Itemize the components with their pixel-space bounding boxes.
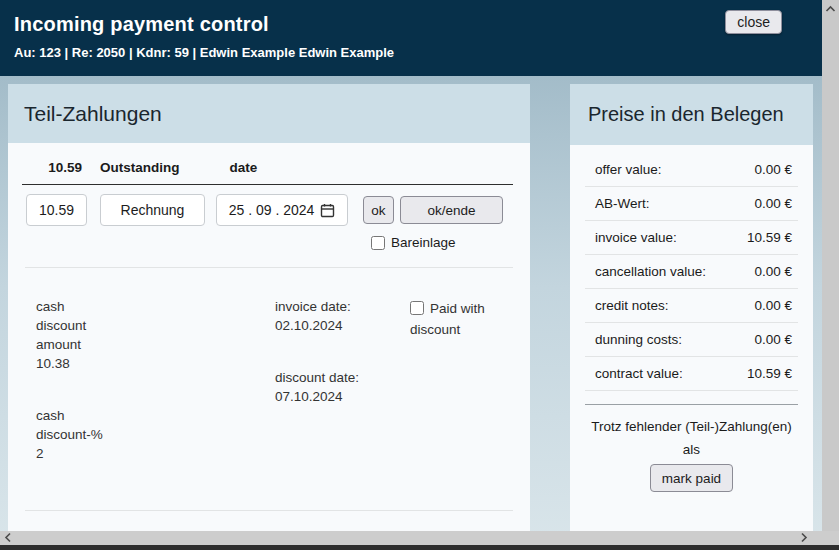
- price-label: contract value:: [595, 366, 683, 381]
- paid-with-discount-group: Paid with discount: [410, 298, 528, 482]
- title-bar: Incoming payment control Au: 123 | Re: 2…: [0, 0, 822, 76]
- price-value: 10.59 €: [747, 230, 792, 245]
- dates-column: invoice date: 02.10.2024 discount date: …: [275, 278, 385, 482]
- column-date: date: [230, 160, 258, 175]
- teil-zahlungen-header: Teil-Zahlungen: [8, 84, 530, 143]
- discount-info-section: cash discount amount 10.38 cash discount…: [8, 268, 530, 482]
- price-row-ab-wert: AB-Wert: 0.00 €: [585, 187, 798, 221]
- payment-control-window: Incoming payment control Au: 123 | Re: 2…: [0, 0, 839, 550]
- price-label: AB-Wert:: [595, 196, 650, 211]
- mark-paid-hint-line1: Trotz fehlender (Teil-)Zahlung(en): [570, 419, 813, 435]
- cash-discount-percent: cash discount-% 2: [36, 406, 131, 463]
- teil-zahlungen-panel: Teil-Zahlungen 10.59 Outstanding date 25…: [8, 84, 530, 545]
- ok-ende-button[interactable]: ok/ende: [400, 196, 503, 224]
- payment-table-header: 10.59 Outstanding date: [8, 143, 530, 175]
- scrollbar-corner: [822, 531, 839, 545]
- price-row-dunning-costs: dunning costs: 0.00 €: [585, 323, 798, 357]
- price-value: 0.00 €: [754, 196, 792, 211]
- cash-discount-column: cash discount amount 10.38 cash discount…: [36, 278, 131, 482]
- date-input[interactable]: 25 . 09 . 2024: [216, 194, 348, 226]
- page-title: Incoming payment control: [14, 13, 269, 36]
- scroll-left-icon[interactable]: [4, 532, 12, 543]
- header-divider: [22, 184, 513, 185]
- price-row-contract-value: contract value: 10.59 €: [585, 357, 798, 391]
- horizontal-scrollbar[interactable]: [0, 531, 822, 545]
- vertical-scrollbar[interactable]: [822, 0, 839, 545]
- preise-panel: Preise in den Belegen offer value: 0.00 …: [570, 84, 813, 545]
- calendar-icon[interactable]: [320, 203, 335, 218]
- price-value: 0.00 €: [754, 298, 792, 313]
- price-label: cancellation value:: [595, 264, 706, 279]
- date-value: 25 . 09 . 2024: [229, 202, 315, 218]
- price-label: credit notes:: [595, 298, 669, 313]
- mark-paid-button[interactable]: mark paid: [650, 464, 733, 492]
- price-value: 0.00 €: [754, 332, 792, 347]
- invoice-date: invoice date: 02.10.2024: [275, 297, 385, 335]
- paid-with-discount-checkbox[interactable]: [410, 301, 424, 315]
- price-value: 0.00 €: [754, 162, 792, 177]
- footer-divider: [585, 404, 798, 405]
- scroll-right-icon[interactable]: [800, 532, 808, 543]
- price-label: offer value:: [595, 162, 662, 177]
- bareinlage-label: Bareinlage: [391, 235, 456, 250]
- price-row-cancellation-value: cancellation value: 0.00 €: [585, 255, 798, 289]
- ok-button[interactable]: ok: [363, 196, 394, 224]
- bareinlage-row: Bareinlage: [371, 235, 530, 250]
- discount-date: discount date: 07.10.2024: [275, 368, 385, 406]
- document-breadcrumb: Au: 123 | Re: 2050 | Kdnr: 59 | Edwin Ex…: [14, 45, 394, 60]
- cash-discount-amount: cash discount amount 10.38: [36, 297, 131, 373]
- teil-zahlungen-title: Teil-Zahlungen: [24, 102, 162, 126]
- mark-paid-hint-line2: als: [570, 442, 813, 457]
- price-row-invoice-value: invoice value: 10.59 €: [585, 221, 798, 255]
- price-value: 0.00 €: [754, 264, 792, 279]
- price-row-credit-notes: credit notes: 0.00 €: [585, 289, 798, 323]
- column-amount: 10.59: [22, 160, 82, 175]
- column-outstanding: Outstanding: [100, 160, 180, 175]
- payment-type-input[interactable]: [100, 194, 205, 226]
- amount-input[interactable]: [26, 194, 87, 226]
- preise-header: Preise in den Belegen: [570, 84, 813, 145]
- section-divider-bottom: [25, 510, 513, 511]
- window-bottom-edge: [0, 545, 839, 550]
- teil-zahlungen-body: 10.59 Outstanding date 25 . 09 . 2024: [8, 143, 530, 511]
- preise-title: Preise in den Belegen: [588, 103, 784, 126]
- price-label: dunning costs:: [595, 332, 682, 347]
- scroll-up-icon[interactable]: [825, 5, 836, 13]
- price-label: invoice value:: [595, 230, 677, 245]
- bareinlage-checkbox[interactable]: [371, 236, 385, 250]
- price-row-offer-value: offer value: 0.00 €: [585, 153, 798, 187]
- close-button[interactable]: close: [725, 10, 782, 34]
- payment-entry-row: 25 . 09 . 2024 ok ok/ende: [26, 194, 530, 226]
- price-value: 10.59 €: [747, 366, 792, 381]
- price-list: offer value: 0.00 € AB-Wert: 0.00 € invo…: [585, 153, 798, 391]
